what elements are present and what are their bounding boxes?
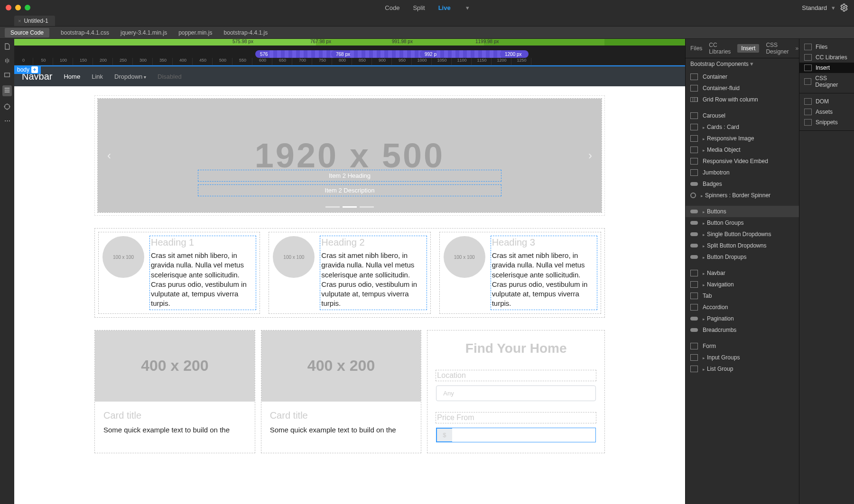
insert-item[interactable]: Spinners : Border Spinner	[686, 190, 799, 201]
insert-item[interactable]: Container	[686, 71, 799, 82]
media-query-bar[interactable]: 575.98 px 767.98 px 991.98 px 1199.98 px	[14, 39, 685, 46]
media-card-3[interactable]: 100 x 100 Heading 3Cras sit amet nibh li…	[440, 232, 601, 313]
nav-link-home[interactable]: Home	[64, 73, 80, 80]
panel-dom[interactable]: DOM	[799, 96, 854, 107]
minimize-icon[interactable]	[15, 5, 21, 10]
insert-item[interactable]: List Group	[686, 363, 799, 375]
live-document[interactable]: Navbar Home Link Dropdown ▾ Disabled 192…	[14, 65, 685, 504]
ruler-tick: 1050	[433, 58, 452, 65]
expand-icon[interactable]: »	[795, 45, 798, 52]
insert-item[interactable]: Breadcrumbs	[686, 324, 799, 336]
panel-cc-libraries[interactable]: CC Libraries	[799, 52, 854, 63]
tab-insert[interactable]: Insert	[737, 44, 759, 53]
panel-css-designer[interactable]: CSS Designer	[799, 73, 854, 90]
more-icon[interactable]: ⋯	[4, 117, 10, 124]
jumbotron-icon	[690, 169, 698, 176]
insert-category-dropdown[interactable]: Bootstrap Components ▾	[686, 58, 799, 69]
manage-sites-icon[interactable]	[3, 57, 11, 64]
crosshair-icon[interactable]	[3, 103, 11, 110]
carousel-prev-icon[interactable]: ‹	[107, 149, 111, 162]
carousel[interactable]: 1920 x 500 ‹ › Item 2 Heading Item 2 Des…	[98, 99, 602, 212]
add-element-icon[interactable]: +	[31, 66, 38, 73]
source-code-button[interactable]: Source Code	[5, 28, 49, 37]
navigation-icon	[690, 281, 698, 288]
chevron-down-icon[interactable]: ▾	[832, 4, 835, 11]
related-file[interactable]: bootstrap-4.4.1.css	[61, 29, 109, 36]
location-input[interactable]: Any	[436, 385, 596, 401]
file-icon[interactable]	[3, 43, 11, 50]
panel-assets[interactable]: Assets	[799, 107, 854, 117]
insert-item[interactable]: Input Groups	[686, 352, 799, 363]
tab-untitled[interactable]: × Untitled-1	[14, 16, 55, 26]
bp-range	[350, 50, 426, 58]
insert-item[interactable]: Accordion	[686, 302, 799, 313]
media-card-2[interactable]: 100 x 100 Heading 2Cras sit amet nibh li…	[269, 232, 430, 313]
price-input-group[interactable]: $	[436, 428, 596, 442]
view-live[interactable]: Live	[438, 4, 451, 11]
carousel-indicators[interactable]	[325, 206, 374, 208]
related-file[interactable]: jquery-3.4.1.min.js	[121, 29, 167, 36]
extract-icon[interactable]	[3, 71, 11, 79]
media-text: Cras sit amet nibh libero, in gravida nu…	[321, 251, 425, 309]
insert-item[interactable]: Form	[686, 340, 799, 352]
insert-item[interactable]: Carousel	[686, 110, 799, 121]
insert-item[interactable]: Media Object	[686, 144, 799, 156]
insert-panel: Files CC Libraries Insert CSS Designer »…	[685, 39, 799, 504]
insert-item[interactable]: Button Groups	[686, 217, 799, 229]
carousel-next-icon[interactable]: ›	[588, 149, 592, 162]
insert-item[interactable]: Badges	[686, 178, 799, 190]
media-card-1[interactable]: 100 x 100 Heading 1Cras sit amet nibh li…	[99, 232, 260, 313]
carousel-dot[interactable]	[343, 206, 357, 208]
related-file[interactable]: popper.min.js	[178, 29, 212, 36]
element-tag-display[interactable]: body +	[14, 65, 41, 74]
maximize-icon[interactable]	[25, 5, 30, 10]
insert-item[interactable]: Responsive Video Embed	[686, 156, 799, 167]
insert-item[interactable]: Tab	[686, 290, 799, 302]
carousel-dot[interactable]	[325, 206, 340, 208]
list-group-icon	[690, 366, 698, 372]
card-title: Card title	[103, 410, 246, 421]
related-file[interactable]: bootstrap-4.4.1.js	[224, 29, 268, 36]
view-code[interactable]: Code	[385, 4, 399, 11]
live-view-icon[interactable]	[3, 86, 11, 94]
card-1[interactable]: 400 x 200 Card titleSome quick example t…	[95, 330, 255, 453]
carousel-heading[interactable]: Item 2 Heading	[198, 170, 501, 182]
nav-link-link[interactable]: Link	[92, 73, 103, 80]
insert-item[interactable]: Grid Row with column	[686, 94, 799, 105]
gear-icon[interactable]	[840, 3, 848, 12]
insert-item[interactable]: Navigation	[686, 279, 799, 290]
insert-item[interactable]: Container-fluid	[686, 82, 799, 94]
search-form-card[interactable]: Find Your Home Location Any Price From $	[427, 330, 604, 453]
insert-item[interactable]: Cards : Card	[686, 121, 799, 133]
close-icon[interactable]	[6, 5, 11, 10]
insert-item[interactable]: Jumbotron	[686, 167, 799, 178]
chevron-down-icon[interactable]: ▾	[466, 4, 469, 11]
tab-css-designer[interactable]: CSS Designer	[766, 42, 789, 55]
insert-item[interactable]: Responsive Image	[686, 133, 799, 144]
panel-snippets[interactable]: Snippets	[799, 117, 854, 128]
ruler-tick: 800	[333, 58, 352, 65]
insert-item-label: Navbar	[703, 270, 725, 276]
insert-item[interactable]: Buttons	[686, 206, 799, 217]
card-2[interactable]: 400 x 200 Card titleSome quick example t…	[261, 330, 421, 453]
tab-cc-libraries[interactable]: CC Libraries	[709, 42, 731, 55]
carousel-dot[interactable]	[360, 206, 374, 208]
insert-item-label: Responsive Image	[703, 135, 754, 142]
insert-item[interactable]: Pagination	[686, 313, 799, 324]
view-split[interactable]: Split	[413, 4, 425, 11]
insert-item[interactable]: Split Button Dropdowns	[686, 240, 799, 251]
carousel-description[interactable]: Item 2 Description	[198, 184, 501, 196]
tab-files[interactable]: Files	[690, 45, 702, 52]
split-button-dropdowns-icon	[690, 244, 698, 247]
breakpoint-bar[interactable]: 576 px 768 px 992 px 1200 px	[14, 46, 685, 58]
carousel-placeholder: 1920 x 500	[255, 136, 445, 175]
close-icon[interactable]: ×	[18, 18, 21, 24]
insert-item[interactable]: Button Dropups	[686, 251, 799, 263]
insert-item[interactable]: Single Button Dropdowns	[686, 229, 799, 240]
panel-files[interactable]: Files	[799, 42, 854, 52]
workspace-selector[interactable]: Standard	[802, 4, 827, 11]
price-input[interactable]	[452, 428, 595, 442]
panel-insert[interactable]: Insert	[799, 63, 854, 73]
nav-link-dropdown[interactable]: Dropdown ▾	[114, 73, 146, 80]
insert-item[interactable]: Navbar	[686, 267, 799, 279]
